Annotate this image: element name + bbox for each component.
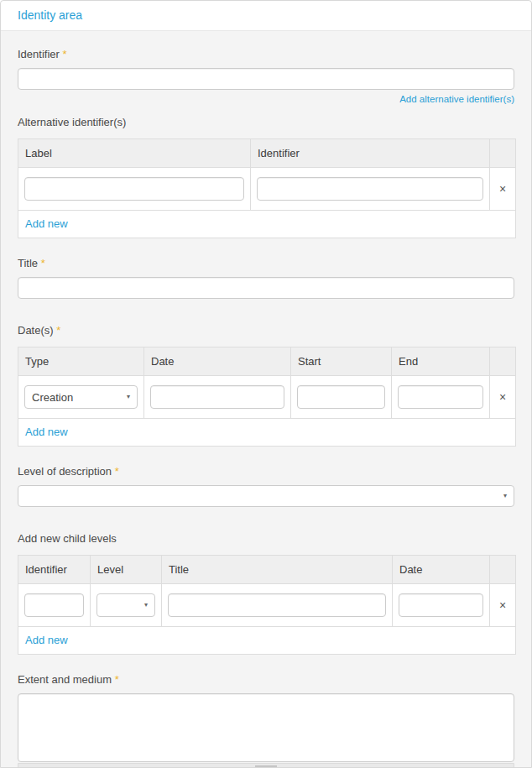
child-level-select[interactable]: ▾ xyxy=(96,593,155,617)
dates-col-date: Date xyxy=(144,347,291,376)
date-type-selected-value: Creation xyxy=(32,391,73,404)
alt-id-col-label: Label xyxy=(18,139,251,168)
dates-table-row: Creation ▾ × xyxy=(18,376,515,419)
alt-id-identifier-input[interactable] xyxy=(257,177,483,201)
child-levels-table-row: ▾ × xyxy=(18,584,515,627)
title-field-group: Title * xyxy=(18,257,514,299)
dates-label: Date(s) * xyxy=(18,324,514,337)
child-levels-label: Add new child levels xyxy=(18,532,514,545)
required-asterisk: * xyxy=(115,465,119,478)
child-levels-section: Add new child levels Identifier Level Ti… xyxy=(18,532,514,655)
dates-table: Type Date Start End Creation ▾ xyxy=(18,347,516,447)
child-title-input[interactable] xyxy=(168,593,386,617)
child-levels-header-row: Identifier Level Title Date xyxy=(18,556,515,584)
level-of-description-label: Level of description * xyxy=(18,465,514,478)
dates-add-new-link[interactable]: Add new xyxy=(25,426,68,438)
child-col-identifier: Identifier xyxy=(18,556,91,584)
child-levels-delete-icon[interactable]: × xyxy=(499,599,506,611)
resize-grip-icon xyxy=(255,765,277,768)
required-asterisk: * xyxy=(115,673,119,686)
dates-col-end: End xyxy=(392,347,490,376)
title-label: Title * xyxy=(18,257,514,269)
child-levels-footer-row: Add new xyxy=(18,627,515,654)
alt-id-add-new-link[interactable]: Add new xyxy=(25,217,68,230)
section-title: Identity area xyxy=(18,8,82,22)
child-col-level: Level xyxy=(91,556,162,584)
level-of-description-label-text: Level of description xyxy=(18,465,112,478)
identifier-input[interactable] xyxy=(18,68,514,90)
date-start-input[interactable] xyxy=(297,385,385,409)
alt-id-delete-icon[interactable]: × xyxy=(499,183,506,195)
child-levels-table: Identifier Level Title Date ▾ xyxy=(18,555,516,655)
alt-id-label-input[interactable] xyxy=(24,177,244,201)
extent-field-group: Extent and medium * xyxy=(18,673,514,768)
caret-down-icon: ▾ xyxy=(503,493,507,499)
child-levels-add-new-link[interactable]: Add new xyxy=(25,634,68,646)
add-alternative-identifier-row: Add alternative identifier(s) xyxy=(18,94,514,104)
identifier-label-text: Identifier xyxy=(18,48,60,60)
dates-col-actions xyxy=(490,347,515,376)
date-input[interactable] xyxy=(150,385,284,409)
title-input[interactable] xyxy=(18,277,514,299)
identifier-field-group: Identifier * Add alternative identifier(… xyxy=(18,48,514,104)
identity-area-panel: Identity area Identifier * Add alternati… xyxy=(0,0,532,768)
dates-section: Date(s) * Type Date Start End xyxy=(18,324,514,447)
identifier-label: Identifier * xyxy=(18,48,514,60)
dates-header-row: Type Date Start End xyxy=(18,347,515,376)
add-alternative-identifiers-link[interactable]: Add alternative identifier(s) xyxy=(399,94,514,104)
alt-id-col-actions xyxy=(490,139,515,168)
alt-id-header-row: Label Identifier xyxy=(18,139,515,168)
dates-col-type: Type xyxy=(18,347,144,376)
child-col-date: Date xyxy=(393,556,490,584)
extent-textarea[interactable] xyxy=(18,693,514,762)
identity-area-header: Identity area xyxy=(1,1,531,31)
required-asterisk: * xyxy=(56,324,60,337)
dates-footer-row: Add new xyxy=(18,419,515,446)
child-identifier-input[interactable] xyxy=(24,593,84,617)
required-asterisk: * xyxy=(41,257,45,269)
alt-id-table-row: × xyxy=(18,168,515,211)
child-col-title: Title xyxy=(162,556,393,584)
alternative-identifiers-section: Alternative identifier(s) Label Identifi… xyxy=(18,116,514,238)
alt-id-footer-row: Add new xyxy=(18,211,515,238)
caret-down-icon: ▾ xyxy=(127,394,130,400)
extent-label: Extent and medium * xyxy=(18,673,514,686)
date-end-input[interactable] xyxy=(398,385,483,409)
alt-id-col-identifier: Identifier xyxy=(251,139,490,168)
identity-area-body: Identifier * Add alternative identifier(… xyxy=(1,31,531,768)
dates-label-text: Date(s) xyxy=(18,324,54,337)
required-asterisk: * xyxy=(63,48,67,60)
level-of-description-select[interactable]: ▾ xyxy=(18,485,514,507)
alternative-identifiers-table: Label Identifier × Add new xyxy=(18,138,516,238)
title-label-text: Title xyxy=(18,257,38,269)
child-col-actions xyxy=(490,556,515,584)
alternative-identifiers-label: Alternative identifier(s) xyxy=(18,116,514,128)
dates-col-start: Start xyxy=(291,347,392,376)
date-type-select[interactable]: Creation ▾ xyxy=(24,385,138,409)
extent-label-text: Extent and medium xyxy=(18,673,112,686)
child-date-input[interactable] xyxy=(399,593,483,617)
caret-down-icon: ▾ xyxy=(144,602,148,609)
dates-delete-icon[interactable]: × xyxy=(499,391,506,403)
textarea-resize-bar[interactable] xyxy=(18,763,514,768)
level-of-description-group: Level of description * ▾ xyxy=(18,465,514,507)
